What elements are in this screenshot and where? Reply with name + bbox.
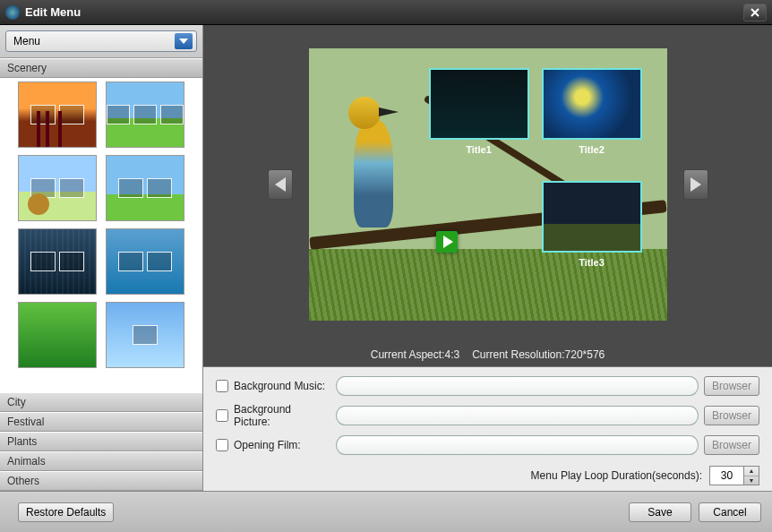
background-music-browse-button[interactable]: Browser	[704, 376, 759, 396]
chevron-down-icon	[175, 33, 193, 49]
template-thumbs	[0, 78, 202, 392]
category-festival[interactable]: Festival	[0, 412, 202, 432]
category-scenery[interactable]: Scenery	[0, 58, 202, 78]
settings-panel: Background Music: Browser Background Pic…	[203, 366, 772, 491]
background-music-checkbox[interactable]	[216, 380, 228, 392]
background-picture-browse-button[interactable]: Browser	[704, 406, 759, 425]
opening-film-label: Opening Film:	[234, 439, 330, 451]
sidebar: Menu Scenery City Festival Plants Animal…	[0, 25, 203, 491]
template-thumb[interactable]	[106, 82, 184, 148]
resolution-label: Current Resolution:	[472, 348, 564, 361]
category-others[interactable]: Others	[0, 471, 202, 491]
category-plants[interactable]: Plants	[0, 432, 202, 451]
menu-item-title: Title1	[429, 144, 529, 155]
loop-duration-input[interactable]	[709, 466, 743, 485]
restore-defaults-button[interactable]: Restore Defaults	[18, 502, 114, 522]
loop-duration-label: Menu Play Loop Duration(seconds):	[531, 469, 702, 482]
stepper-down-icon[interactable]: ▼	[744, 476, 759, 485]
menu-preview: Title1 Title2 Title3	[309, 48, 667, 321]
aspect-label: Current Aspect:	[371, 348, 445, 361]
template-thumb[interactable]	[106, 302, 184, 368]
loop-duration-stepper[interactable]: ▲ ▼	[743, 466, 759, 485]
menu-item-2[interactable]: Title2	[542, 68, 642, 155]
menu-type-combo[interactable]: Menu	[5, 30, 197, 52]
footer: Restore Defaults Save Cancel	[0, 491, 772, 532]
close-button[interactable]	[743, 4, 767, 21]
play-icon	[436, 231, 458, 253]
opening-film-checkbox[interactable]	[216, 439, 228, 451]
arrow-right-icon	[691, 177, 701, 192]
close-icon	[750, 7, 760, 18]
window-title: Edit Menu	[25, 5, 743, 19]
template-thumb[interactable]	[106, 155, 184, 221]
previous-button[interactable]	[268, 169, 293, 200]
info-bar: Current Aspect:4:3 Current Resolution:72…	[203, 343, 772, 366]
menu-type-combo-value: Menu	[13, 35, 40, 47]
next-button[interactable]	[683, 169, 708, 200]
arrow-left-icon	[275, 177, 286, 192]
stepper-up-icon[interactable]: ▲	[744, 467, 759, 476]
template-thumb[interactable]	[18, 302, 97, 368]
menu-item-1[interactable]: Title1	[429, 68, 529, 155]
aspect-value: 4:3	[444, 348, 459, 361]
template-thumb[interactable]	[18, 82, 97, 148]
cancel-button[interactable]: Cancel	[699, 502, 761, 522]
background-music-label: Background Music:	[234, 380, 330, 392]
opening-film-field[interactable]	[336, 435, 699, 455]
background-picture-checkbox[interactable]	[216, 409, 228, 422]
background-picture-field[interactable]	[336, 406, 699, 425]
background-music-field[interactable]	[336, 376, 699, 396]
background-picture-label: Background Picture:	[234, 403, 330, 428]
template-thumb[interactable]	[106, 228, 184, 295]
play-button[interactable]	[436, 231, 458, 253]
save-button[interactable]: Save	[629, 502, 691, 522]
menu-item-3[interactable]: Title3	[542, 181, 642, 268]
menu-item-title: Title3	[542, 257, 642, 268]
category-city[interactable]: City	[0, 392, 202, 412]
category-animals[interactable]: Animals	[0, 451, 202, 471]
menu-item-title: Title2	[542, 144, 642, 155]
titlebar: Edit Menu	[0, 0, 772, 25]
template-thumb[interactable]	[18, 228, 97, 295]
app-icon	[5, 5, 20, 20]
template-thumb[interactable]	[18, 155, 97, 221]
resolution-value: 720*576	[565, 348, 605, 361]
opening-film-browse-button[interactable]: Browser	[704, 435, 759, 455]
